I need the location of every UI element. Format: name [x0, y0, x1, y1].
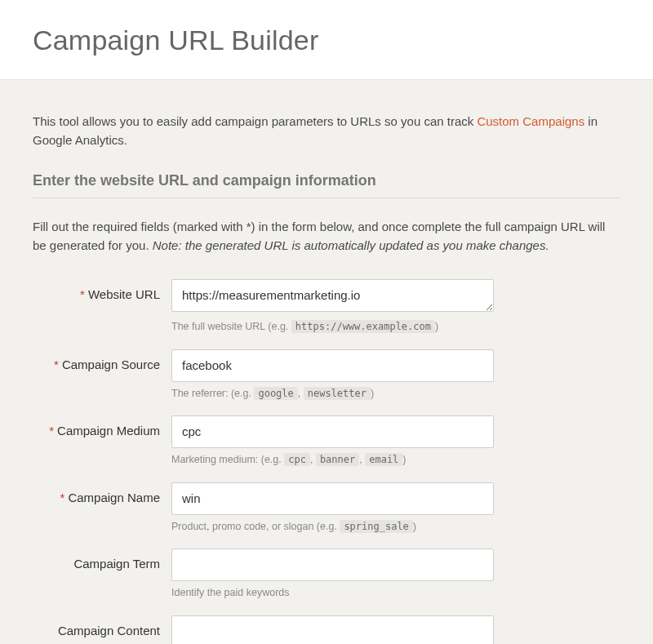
campaign-term-input[interactable] [171, 549, 494, 581]
label-text-campaign-term: Campaign Term [73, 557, 160, 571]
campaign-source-input[interactable] [171, 349, 494, 382]
field-row-campaign-content: Campaign Content Use to differentiate ad… [33, 615, 620, 645]
label-campaign-term: Campaign Term [33, 549, 171, 571]
intro-prefix: This tool allows you to easily add campa… [33, 114, 477, 128]
required-star-icon: * [80, 287, 85, 301]
page-title: Campaign URL Builder [33, 24, 620, 56]
helper-campaign-medium: Marketing medium: (e.g. cpc, banner, ema… [171, 453, 494, 468]
label-text-campaign-medium: Campaign Medium [57, 424, 160, 437]
section-title: Enter the website URL and campaign infor… [33, 172, 620, 198]
required-star-icon: * [60, 491, 65, 504]
label-campaign-medium: *Campaign Medium [33, 415, 171, 437]
label-text-campaign-content: Campaign Content [58, 624, 160, 637]
custom-campaigns-link[interactable]: Custom Campaigns [477, 114, 584, 128]
main-content: This tool allows you to easily add campa… [0, 79, 653, 644]
label-text-campaign-name: Campaign Name [68, 491, 160, 504]
helper-campaign-name: Product, promo code, or slogan (e.g. spr… [171, 520, 494, 535]
header: Campaign URL Builder [0, 0, 653, 79]
instructions: Fill out the required fields (marked wit… [33, 218, 620, 255]
field-row-campaign-term: Campaign Term Identify the paid keywords [33, 549, 620, 601]
label-website-url: *Website URL [33, 279, 171, 301]
required-star-icon: * [54, 358, 59, 371]
form: *Website URL The full website URL (e.g. … [33, 279, 620, 644]
helper-website-url: The full website URL (e.g. https://www.e… [171, 320, 494, 335]
field-row-website-url: *Website URL The full website URL (e.g. … [33, 279, 620, 335]
required-star-icon: * [49, 424, 54, 437]
label-campaign-name: *Campaign Name [33, 482, 171, 504]
campaign-medium-input[interactable] [171, 415, 494, 448]
field-row-campaign-source: *Campaign Source The referrer: (e.g. goo… [33, 349, 620, 402]
label-campaign-content: Campaign Content [33, 615, 171, 637]
label-text-website-url: Website URL [88, 287, 160, 301]
field-row-campaign-medium: *Campaign Medium Marketing medium: (e.g.… [33, 415, 620, 468]
website-url-input[interactable] [171, 279, 494, 312]
campaign-name-input[interactable] [171, 482, 494, 515]
campaign-content-input[interactable] [171, 615, 494, 645]
instructions-note: Note: the generated URL is automatically… [153, 238, 549, 252]
label-campaign-source: *Campaign Source [33, 349, 171, 371]
label-text-campaign-source: Campaign Source [62, 358, 160, 371]
helper-campaign-term: Identify the paid keywords [171, 586, 494, 601]
field-row-campaign-name: *Campaign Name Product, promo code, or s… [33, 482, 620, 535]
intro-text: This tool allows you to easily add campa… [33, 113, 620, 149]
helper-campaign-source: The referrer: (e.g. google, newsletter) [171, 387, 494, 402]
